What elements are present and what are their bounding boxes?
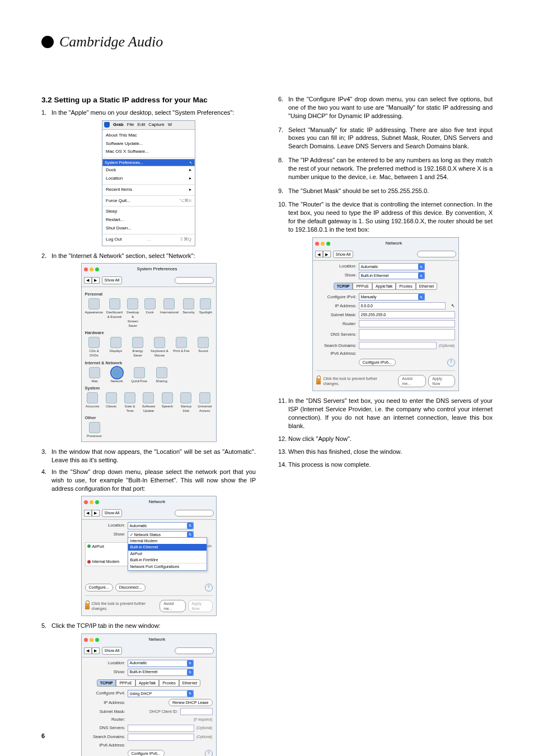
apply-button[interactable]: Apply Now: [188, 600, 213, 613]
configure-button[interactable]: Configure...: [85, 584, 113, 591]
menu-location[interactable]: Location: [102, 175, 195, 183]
prefpane-cds-dvds[interactable]: CDs & DVDs: [85, 337, 104, 358]
step-5: Click the TCP/IP tab in the new window:: [51, 622, 256, 630]
lock-icon[interactable]: [316, 378, 321, 384]
step-6: In the "Configure IPv4" drop down menu, …: [288, 95, 493, 120]
help-icon[interactable]: ?: [205, 584, 213, 591]
search-domains-input[interactable]: [359, 342, 437, 349]
step-8: The "IP Address" can be entered to be an…: [288, 156, 493, 181]
prefpane-processor[interactable]: Processor: [85, 422, 104, 438]
prefpane-classic[interactable]: Classic: [104, 392, 119, 413]
left-column: 3.2 Setting up a Static IP address for y…: [41, 95, 256, 756]
configure-ipv4-select[interactable]: Manually⇅: [359, 293, 425, 300]
prefpane-security[interactable]: Security: [182, 298, 195, 328]
dns-input[interactable]: [359, 329, 455, 340]
prefpane-international[interactable]: International: [160, 298, 179, 328]
prefpane-appearance[interactable]: Appearance: [85, 298, 103, 328]
brand-dot-icon: [41, 36, 54, 48]
prefpane-date-time[interactable]: Date & Time: [122, 392, 137, 413]
apply-now-button[interactable]: Apply Now: [428, 375, 455, 388]
location-select[interactable]: Automatic⇅: [128, 522, 194, 529]
prefpane-accounts[interactable]: Accounts: [85, 392, 100, 413]
tab-tcpip[interactable]: TCP/IP: [97, 679, 116, 687]
step-14: This process is now complete.: [288, 461, 493, 469]
figure-network-dhcp: Network ◀▶ Show All Location:Automatic⇅ …: [81, 633, 217, 756]
configure-ipv4-select[interactable]: Using DHCP⇅: [128, 690, 194, 697]
back-button[interactable]: ◀: [84, 277, 92, 284]
figure-network-manual: Network ◀▶ Show All Location:Automatic⇅ …: [312, 237, 459, 392]
prefpane-quicktime[interactable]: QuickTime: [130, 367, 149, 383]
prefpane-desktop-screen-saver[interactable]: Desktop & Screen Saver: [126, 298, 139, 328]
prefpane-software-update[interactable]: Software Update: [141, 392, 156, 413]
prefpane-sharing[interactable]: Sharing: [152, 367, 171, 383]
brand-name: Cambridge Audio: [59, 34, 163, 50]
search-domains-input[interactable]: [128, 734, 194, 741]
prefpane-speech[interactable]: Speech: [160, 392, 175, 413]
menu-shutdown[interactable]: Shut Down...: [102, 224, 195, 233]
section-title: 3.2 Setting up a Static IP address for y…: [41, 95, 256, 105]
assist-button[interactable]: Assist me...: [160, 600, 185, 613]
prefpane--mac[interactable]: .Mac: [85, 367, 104, 383]
figure-system-preferences: System Preferences ◀▶ Show All PersonalA…: [81, 263, 217, 442]
menu-swupdate[interactable]: Software Update...: [102, 140, 195, 148]
menu-about[interactable]: About This Mac: [102, 132, 195, 140]
apple-logo-icon[interactable]: [104, 122, 110, 128]
step-4: In the "Show" drop down menu, please sel…: [51, 468, 256, 493]
menu-dock[interactable]: Dock: [102, 166, 195, 175]
figure-apple-menu: Grab File Edit Capture W About This Mac …: [102, 120, 195, 246]
search-input[interactable]: [175, 277, 214, 284]
menu-restart[interactable]: Restart...: [102, 216, 195, 224]
prefpane-keyboard-mouse[interactable]: Keyboard & Mouse: [151, 337, 169, 358]
figure-network-show: Network ◀▶ Show All Location:Automatic⇅ …: [81, 496, 217, 616]
menu-sleep[interactable]: Sleep: [102, 208, 195, 216]
prefpane-dock[interactable]: Dock: [143, 298, 157, 328]
prefpane-sound[interactable]: Sound: [194, 337, 213, 358]
menu-osxsw[interactable]: Mac OS X Software...: [102, 148, 195, 156]
disconnect-button[interactable]: Disconnect...: [115, 584, 146, 591]
brand-header: Cambridge Audio: [41, 34, 493, 50]
prefpane-network[interactable]: Network: [107, 367, 127, 383]
step-10: The "Router" is the device that is contr…: [288, 200, 493, 233]
menu-sysprefs[interactable]: System Preferences...↖: [102, 159, 195, 166]
step-12: Now click "Apply Now".: [288, 435, 493, 443]
prefpane-energy-saver[interactable]: Energy Saver: [129, 337, 147, 358]
prefpane-startup-disk[interactable]: Startup Disk: [179, 392, 194, 413]
menu-forcequit[interactable]: Force Quit...⌥⌘⎋: [102, 197, 195, 205]
step-7: Select "Manually" for static IP addressi…: [288, 126, 493, 151]
ip-address-input[interactable]: 0.0.0.0: [359, 302, 446, 309]
fwd-button[interactable]: ▶: [92, 277, 100, 284]
prefpane-universal-access[interactable]: Universal Access: [197, 392, 212, 413]
step-9: The "Subnet Mask" should be set to 255.2…: [288, 187, 493, 195]
renew-dhcp-button[interactable]: Renew DHCP Lease: [168, 699, 212, 706]
search-input[interactable]: [175, 510, 214, 516]
step-11: In the "DNS Servers" text box, you need …: [288, 397, 493, 430]
lock-icon[interactable]: [85, 603, 90, 609]
step-1: In the "Apple" menu on your desktop, sel…: [51, 109, 256, 117]
step-13: When this has finished, close the window…: [288, 448, 493, 456]
menu-logout[interactable]: Log Out...⇧⌘Q: [102, 236, 195, 244]
prefpane-displays[interactable]: Displays: [107, 337, 125, 358]
router-input[interactable]: [359, 320, 455, 327]
dns-input[interactable]: [128, 725, 194, 732]
prefpane-print-fax[interactable]: Print & Fax: [172, 337, 191, 358]
menu-recent[interactable]: Recent Items: [102, 186, 195, 194]
step-2: In the "Internet & Network" section, sel…: [51, 252, 256, 260]
configure-ipv6-button[interactable]: Configure IPv6...: [128, 750, 165, 756]
step-3: In the window that now appears, the "Loc…: [51, 448, 256, 464]
prefpane-spotlight[interactable]: Spotlight: [199, 298, 212, 328]
show-all-button[interactable]: Show All: [102, 276, 123, 284]
subnet-mask-input[interactable]: 255.255.255.0: [359, 311, 455, 318]
right-column: 6.In the "Configure IPv4" drop down menu…: [278, 95, 493, 756]
prefpane-dashboard-expos-[interactable]: Dashboard & Exposé: [106, 298, 123, 328]
page-number: 6: [41, 732, 45, 739]
